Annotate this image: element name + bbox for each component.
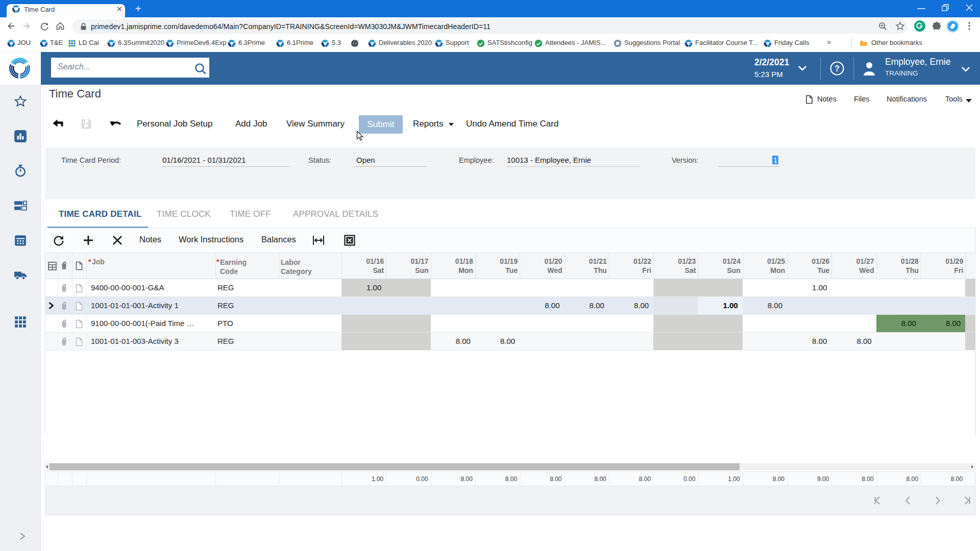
svg-text:?: ?	[835, 64, 840, 73]
